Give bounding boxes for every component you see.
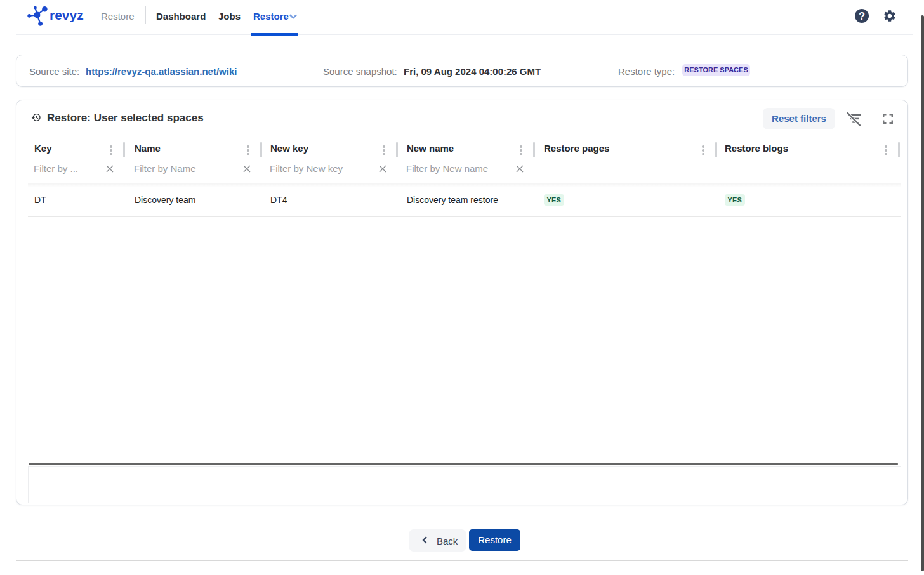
svg-text:?: ?	[859, 10, 865, 22]
